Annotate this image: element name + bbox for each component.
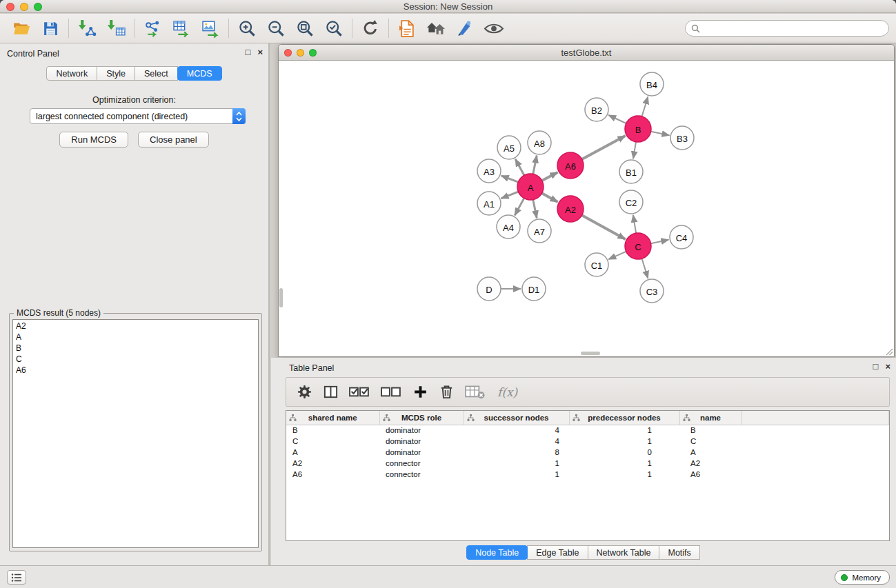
graph-edge-A2-C[interactable] [582,215,626,239]
tab-style[interactable]: Style [97,66,135,81]
graph-edge-C-C1[interactable] [608,252,626,259]
table-cell[interactable]: A [286,447,379,458]
table-row[interactable]: A2connector11A2 [286,458,889,469]
table-cell[interactable]: A2 [286,458,379,469]
zoom-out-button[interactable] [264,17,288,40]
graph-edge-C-C4[interactable] [651,240,669,243]
graph-node-A3[interactable]: A3 [477,159,501,183]
table-cell[interactable]: 1 [569,436,679,447]
graph-edge-B-B2[interactable] [608,115,626,123]
export-image-button[interactable] [199,17,222,40]
graph-node-C[interactable]: C [625,233,651,259]
graph-edge-A-A8[interactable] [533,156,537,174]
table-cell[interactable]: A2 [679,458,741,469]
minimize-window-button[interactable] [20,3,28,11]
column-header-mcds-role[interactable]: MCDS role [379,411,464,425]
graph-node-A[interactable]: A [517,174,544,200]
close-panel-icon[interactable]: × [257,48,263,57]
network-close-button[interactable] [284,49,292,57]
network-canvas[interactable]: B4B2BB3A8A5A6A3B1AC2A1A2A4A7C4CC1DD1C3 [279,61,894,356]
graph-node-A4[interactable]: A4 [497,215,520,239]
graph-edge-A-A3[interactable] [501,176,519,182]
canvas-horizontal-scrollbar[interactable] [581,352,600,355]
graph-edge-B-B1[interactable] [633,142,636,159]
graph-node-C4[interactable]: C4 [670,225,693,249]
first-neighbors-button[interactable] [424,17,448,40]
table-cell[interactable]: C [679,436,741,447]
mcds-result-item[interactable]: A6 [16,365,255,376]
float-panel-icon[interactable]: □ [246,48,251,57]
apply-layout-button[interactable] [359,17,382,40]
graph-node-D[interactable]: D [477,277,501,301]
show-panel-button[interactable] [7,570,26,585]
table-cell[interactable]: 1 [464,458,569,469]
graph-node-A7[interactable]: A7 [528,219,551,243]
optimization-criterion-select[interactable]: largest connected component (directed) [30,108,246,124]
mcds-result-list[interactable]: A2ABCA6 [12,319,259,548]
tab-network[interactable]: Network [46,66,97,81]
column-header-name[interactable]: name [679,411,741,425]
tab-motifs[interactable]: Motifs [659,545,699,560]
graph-node-B3[interactable]: B3 [670,126,694,150]
graph-node-C1[interactable]: C1 [585,253,608,276]
column-header-shared-name[interactable]: shared name [286,411,379,425]
network-file-button[interactable] [395,17,419,40]
graph-edge-A-A5[interactable] [515,159,524,176]
zoom-selected-button[interactable] [322,17,346,40]
graph-node-B4[interactable]: B4 [640,72,664,96]
graph-node-C3[interactable]: C3 [640,279,664,303]
graph-edge-A-A6[interactable] [542,172,558,181]
graph-node-A5[interactable]: A5 [497,136,521,159]
graph-node-D1[interactable]: D1 [522,277,546,301]
import-network-button[interactable] [75,17,99,40]
mcds-result-item[interactable]: A2 [16,321,255,332]
search-input[interactable] [700,23,888,33]
export-network-button[interactable] [141,17,164,40]
float-panel-icon[interactable]: □ [873,362,879,372]
network-maximize-button[interactable] [309,49,317,57]
graph-node-A6[interactable]: A6 [557,152,584,179]
import-table-button[interactable] [104,17,128,40]
graph-edge-A-A2[interactable] [542,193,558,202]
tab-mcds[interactable]: MCDS [177,66,222,81]
table-row[interactable]: Adominator80A [286,447,889,458]
table-cell[interactable]: 4 [464,425,569,436]
run-mcds-button[interactable]: Run MCDS [59,132,128,148]
table-cell[interactable]: dominator [379,447,464,458]
table-cell[interactable]: 1 [569,458,679,469]
graph-node-B1[interactable]: B1 [619,160,643,183]
mcds-result-item[interactable]: C [16,354,255,365]
graph-node-B[interactable]: B [625,116,651,142]
close-panel-icon[interactable]: × [885,362,890,372]
save-session-button[interactable] [39,17,62,40]
graph-edge-A-A4[interactable] [515,199,524,216]
column-header-predecessor-nodes[interactable]: predecessor nodes [569,411,679,425]
zoom-in-button[interactable] [235,17,259,40]
table-cell[interactable]: 1 [464,469,569,480]
graph-node-A8[interactable]: A8 [528,131,551,154]
table-cell[interactable]: 1 [569,469,679,480]
delete-table-button[interactable] [461,381,489,403]
zoom-fit-button[interactable] [293,17,317,40]
table-row[interactable]: Cdominator41C [286,436,889,447]
graph-node-C2[interactable]: C2 [619,190,643,214]
table-cell[interactable]: C [286,436,379,447]
table-cell[interactable]: B [286,425,379,436]
table-settings-button[interactable] [293,381,315,403]
table-cell[interactable]: 1 [569,425,679,436]
maximize-window-button[interactable] [34,3,42,11]
table-cell[interactable]: 4 [464,436,569,447]
column-header-successor-nodes[interactable]: successor nodes [464,411,569,425]
table-cell[interactable]: dominator [379,425,464,436]
mcds-result-item[interactable]: A [16,332,255,343]
table-cell[interactable]: 8 [464,447,569,458]
tab-select[interactable]: Select [135,66,178,81]
tab-network-table[interactable]: Network Table [588,545,660,560]
graph-edge-C-C2[interactable] [633,215,636,233]
deselect-all-button[interactable] [377,381,405,403]
show-hide-details-button[interactable] [482,17,506,40]
select-all-button[interactable] [346,381,373,403]
apply-style-button[interactable] [453,17,477,40]
select-stepper[interactable] [232,108,246,124]
open-session-button[interactable] [10,17,33,40]
